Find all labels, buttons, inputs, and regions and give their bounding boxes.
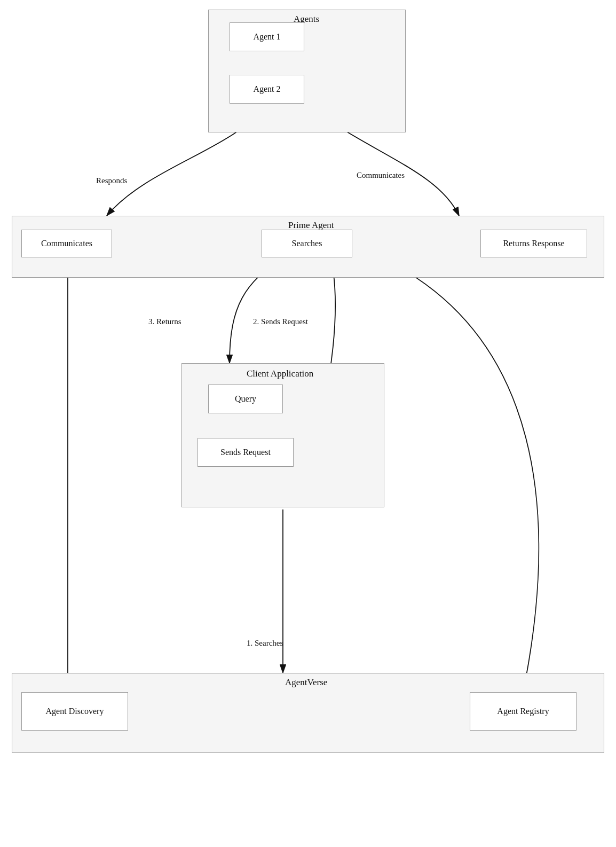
communicates-inner-box: Communicates (21, 230, 112, 257)
agent-discovery-box: Agent Discovery (21, 692, 128, 731)
agentverse-label: AgentVerse (285, 677, 327, 688)
returns-step3-label: 3. Returns (148, 317, 181, 326)
agent-discovery-label: Agent Discovery (46, 707, 104, 716)
returns-response-label: Returns Response (503, 239, 564, 248)
prime-agent-label: Prime Agent (288, 220, 334, 231)
searches-box: Searches (262, 230, 352, 257)
client-app-label: Client Application (247, 368, 313, 379)
agent-registry-box: Agent Registry (470, 692, 576, 731)
searches-step1-label: 1. Searches (247, 639, 283, 648)
query-box: Query (208, 385, 283, 413)
agent2-box: Agent 2 (230, 75, 304, 104)
sends-request-inner-box: Sends Request (198, 438, 294, 467)
agent2-label: Agent 2 (253, 84, 280, 94)
diagram-container: Agents Agent 1 Agent 2 Responds Communic… (0, 0, 616, 847)
sends-request-step2-label: 2. Sends Request (253, 317, 308, 326)
searches-label: Searches (292, 239, 322, 248)
query-label: Query (235, 394, 256, 404)
sends-request-inner-label: Sends Request (220, 448, 271, 457)
agent-registry-label: Agent Registry (497, 707, 549, 716)
returns-response-box: Returns Response (480, 230, 587, 257)
responds-label: Responds (96, 176, 127, 185)
agent1-box: Agent 1 (230, 22, 304, 51)
communicates-inner-label: Communicates (41, 239, 92, 248)
communicates-arrow-label: Communicates (357, 171, 405, 180)
agent1-label: Agent 1 (253, 32, 280, 42)
